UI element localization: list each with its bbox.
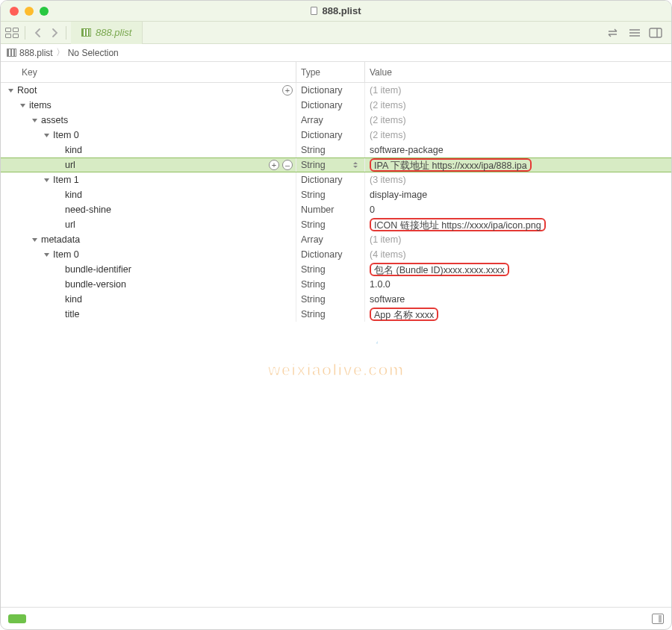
- row-value[interactable]: 包名 (Bundle ID)xxxx.xxxx.xxxx: [365, 262, 671, 277]
- row-value[interactable]: ICON 链接地址 https://xxxx/ipa/icon.png: [365, 217, 671, 232]
- row-key[interactable]: metadata: [41, 234, 80, 245]
- row-value[interactable]: (2 items): [365, 128, 671, 143]
- row-key[interactable]: items: [29, 100, 52, 110]
- row-key[interactable]: url: [65, 219, 75, 230]
- row-value[interactable]: 0: [365, 202, 671, 217]
- plist-row[interactable]: need-shineNumber0: [1, 202, 671, 217]
- disclosure-triangle-icon[interactable]: [43, 131, 50, 139]
- nav-forward-button[interactable]: [48, 28, 61, 38]
- plist-file-icon: [7, 49, 16, 57]
- plist-row[interactable]: urlStringICON 链接地址 https://xxxx/ipa/icon…: [1, 217, 671, 232]
- svg-rect-0: [650, 28, 662, 37]
- row-type[interactable]: String: [296, 217, 365, 232]
- nav-back-button[interactable]: [31, 28, 45, 38]
- disclosure-triangle-icon[interactable]: [43, 251, 50, 258]
- close-window-button[interactable]: [10, 7, 19, 16]
- plist-row[interactable]: url+–StringIPA 下载地址 https://xxxx/ipa/888…: [1, 158, 671, 172]
- row-value[interactable]: (1 item): [365, 232, 671, 247]
- plist-row[interactable]: metadataArray(1 item): [1, 232, 671, 247]
- row-key[interactable]: kind: [65, 294, 82, 305]
- toolbar: 888.plist: [1, 22, 671, 44]
- editor-window: 888.plist 888.plist: [0, 0, 672, 630]
- row-value[interactable]: App 名称 xxxx: [365, 307, 671, 322]
- list-icon[interactable]: [628, 28, 641, 38]
- row-type[interactable]: Dictionary: [296, 128, 365, 143]
- breadcrumb-selection: No Selection: [68, 48, 119, 58]
- grid-view-icon[interactable]: [5, 28, 19, 38]
- breadcrumb: 888.plist 〉 No Selection: [1, 44, 671, 62]
- row-key[interactable]: Item 0: [53, 249, 79, 260]
- row-key[interactable]: bundle-version: [65, 279, 126, 290]
- plist-row[interactable]: kindStringsoftware-package: [1, 143, 671, 158]
- row-key[interactable]: title: [65, 309, 79, 319]
- row-type[interactable]: String: [296, 143, 365, 158]
- row-type[interactable]: Array: [296, 113, 365, 128]
- watermark: 老吴 建 程 weixiaolive.com: [268, 326, 405, 380]
- row-type[interactable]: String: [296, 277, 365, 292]
- plist-rows: 老吴 建 程 weixiaolive.com Root+Dictionary(1…: [1, 83, 671, 607]
- row-key[interactable]: Item 1: [53, 175, 79, 185]
- swap-icon[interactable]: [607, 28, 620, 38]
- row-value[interactable]: 1.0.0: [365, 277, 671, 292]
- plist-row[interactable]: titleStringApp 名称 xxxx: [1, 307, 671, 322]
- window-title: 888.plist: [1, 5, 671, 16]
- row-value[interactable]: (2 items): [365, 98, 671, 113]
- plist-row[interactable]: Root+Dictionary(1 item): [1, 83, 671, 98]
- disclosure-triangle-icon[interactable]: [19, 102, 26, 109]
- file-tab[interactable]: 888.plist: [71, 22, 143, 44]
- plist-row[interactable]: bundle-identifierString包名 (Bundle ID)xxx…: [1, 262, 671, 277]
- plist-row[interactable]: Item 0Dictionary(4 items): [1, 247, 671, 262]
- row-type[interactable]: String: [296, 158, 365, 172]
- row-key[interactable]: need-shine: [65, 205, 111, 215]
- row-type[interactable]: Dictionary: [296, 98, 365, 113]
- row-value[interactable]: (2 items): [365, 113, 671, 128]
- disclosure-triangle-icon[interactable]: [31, 236, 38, 243]
- row-value[interactable]: (4 items): [365, 247, 671, 262]
- row-key[interactable]: assets: [41, 115, 68, 125]
- row-type[interactable]: Dictionary: [296, 172, 365, 187]
- breadcrumb-file[interactable]: 888.plist: [19, 48, 53, 58]
- column-header-value[interactable]: Value: [365, 62, 671, 82]
- zoom-window-button[interactable]: [40, 7, 49, 16]
- column-header-type[interactable]: Type: [296, 62, 365, 82]
- add-row-button[interactable]: +: [282, 85, 293, 96]
- row-value[interactable]: (3 items): [365, 172, 671, 187]
- divider: [25, 26, 25, 40]
- row-key[interactable]: Item 0: [53, 130, 79, 140]
- row-key[interactable]: bundle-identifier: [65, 264, 131, 275]
- minimize-window-button[interactable]: [25, 7, 34, 16]
- row-type[interactable]: Number: [296, 202, 365, 217]
- plist-row[interactable]: Item 0Dictionary(2 items): [1, 128, 671, 143]
- row-type[interactable]: Dictionary: [296, 83, 365, 98]
- panel-icon[interactable]: [649, 28, 662, 38]
- row-type[interactable]: Array: [296, 232, 365, 247]
- row-key[interactable]: kind: [65, 145, 82, 155]
- type-stepper-icon[interactable]: [352, 159, 361, 171]
- plist-row[interactable]: bundle-versionString1.0.0: [1, 277, 671, 292]
- disclosure-triangle-icon[interactable]: [43, 176, 50, 184]
- row-key[interactable]: url: [65, 160, 75, 170]
- plist-row[interactable]: kindStringdisplay-image: [1, 187, 671, 202]
- plist-row[interactable]: assetsArray(2 items): [1, 113, 671, 128]
- row-key[interactable]: Root: [17, 85, 37, 96]
- row-type[interactable]: String: [296, 307, 365, 322]
- row-type[interactable]: Dictionary: [296, 247, 365, 262]
- plist-row[interactable]: Item 1Dictionary(3 items): [1, 172, 671, 187]
- disclosure-triangle-icon[interactable]: [7, 87, 14, 94]
- column-header-key[interactable]: Key: [1, 62, 296, 82]
- row-value[interactable]: IPA 下载地址 https://xxxx/ipa/888.ipa: [365, 158, 671, 172]
- plist-row[interactable]: itemsDictionary(2 items): [1, 98, 671, 113]
- sidebar-toggle-icon[interactable]: [652, 614, 664, 624]
- row-type[interactable]: String: [296, 187, 365, 202]
- row-value[interactable]: (1 item): [365, 83, 671, 98]
- row-value[interactable]: software-package: [365, 143, 671, 158]
- plist-row[interactable]: kindStringsoftware: [1, 292, 671, 307]
- remove-row-button[interactable]: –: [282, 160, 293, 170]
- add-row-button[interactable]: +: [269, 160, 279, 170]
- row-value[interactable]: software: [365, 292, 671, 307]
- disclosure-triangle-icon[interactable]: [31, 116, 38, 124]
- row-type[interactable]: String: [296, 262, 365, 277]
- row-value[interactable]: display-image: [365, 187, 671, 202]
- row-key[interactable]: kind: [65, 190, 82, 200]
- row-type[interactable]: String: [296, 292, 365, 307]
